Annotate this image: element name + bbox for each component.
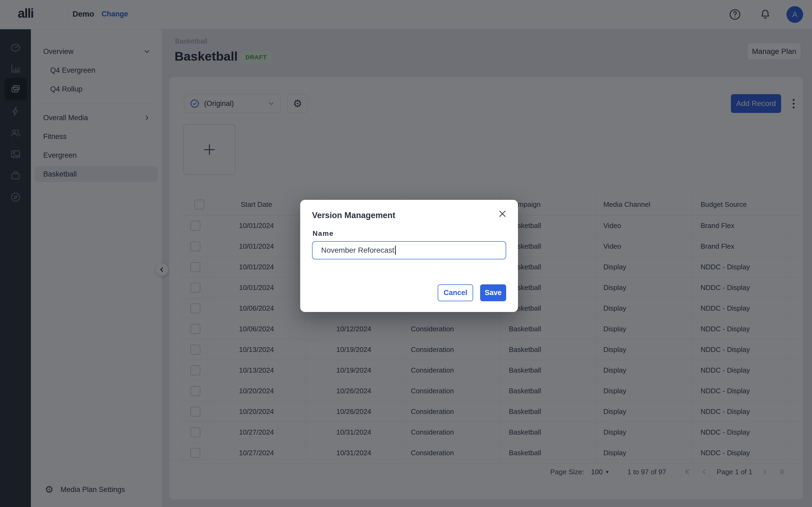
modal-title: Version Management — [312, 211, 395, 220]
text-caret — [395, 246, 396, 255]
modal-actions: Cancel Save — [438, 284, 506, 301]
version-name-input[interactable]: November Reforecast — [312, 241, 506, 260]
version-name-value: November Reforecast — [321, 246, 394, 255]
cancel-button[interactable]: Cancel — [438, 284, 473, 301]
version-management-modal: Version Management Name November Reforec… — [300, 200, 518, 312]
close-icon[interactable] — [496, 207, 509, 220]
save-button[interactable]: Save — [480, 284, 506, 301]
name-label: Name — [313, 229, 334, 238]
